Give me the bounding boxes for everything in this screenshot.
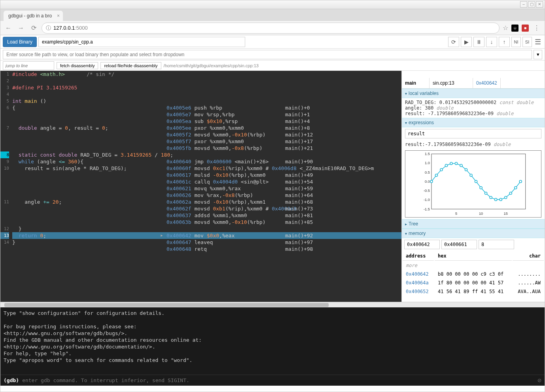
disasm-offset: main()+98 xyxy=(285,246,313,252)
reload-button[interactable]: ⟳ xyxy=(29,23,38,33)
svg-point-29 xyxy=(519,180,522,183)
next-instruction-button[interactable]: NI xyxy=(511,37,521,47)
restart-button[interactable]: ⟳ xyxy=(448,37,459,47)
code-pane[interactable]: 1234567891011121314#include <math.h> /* … xyxy=(0,71,401,302)
forward-button[interactable]: → xyxy=(16,23,26,33)
svg-point-24 xyxy=(495,198,497,201)
svg-text:0.0: 0.0 xyxy=(425,180,430,184)
memory-row: 0x400642b8 00 00 00 00 c9 c3 0f........ xyxy=(403,270,544,278)
maximize-button[interactable]: ▢ xyxy=(528,1,535,8)
memory-row: 0x40064a1f 80 00 00 00 00 41 57......AW xyxy=(403,279,544,287)
svg-point-22 xyxy=(485,192,487,195)
mem-col-char: char xyxy=(513,252,544,261)
source-line[interactable]: static const double RAD_TO_DEG = 3.14159… xyxy=(12,151,401,158)
disasm-line: 0x4005f7 pxor %xmm0,%xmm0 xyxy=(167,138,244,145)
locals-panel-header[interactable]: ▾local variables xyxy=(402,89,545,98)
source-line[interactable]: #define PI 3.14159265 xyxy=(12,84,401,91)
source-path-input[interactable] xyxy=(3,50,532,59)
disasm-offset: main()+4 xyxy=(285,118,310,125)
jump-to-line-input[interactable] xyxy=(3,61,54,70)
settings-menu-icon[interactable]: ☰ xyxy=(534,37,542,47)
horizontal-scrollbar[interactable] xyxy=(0,302,545,307)
close-button[interactable]: ✕ xyxy=(536,1,543,8)
bookmark-icon[interactable]: ☆ xyxy=(503,24,508,32)
stack-frame-row[interactable]: main sin.cpp:13 0x400642 xyxy=(402,78,545,89)
reload-file-button[interactable]: reload file/hide disassembly xyxy=(100,62,161,69)
tab-title: gdbgui - gdb in a bro xyxy=(8,13,52,19)
svg-text:1.0: 1.0 xyxy=(425,161,430,165)
extension-icon[interactable]: ☺ xyxy=(511,25,519,32)
step-out-button[interactable]: ↑ xyxy=(499,37,510,47)
console-output: Type "show configuration" for configurat… xyxy=(0,307,545,375)
disasm-offset: main()+92 xyxy=(285,232,313,239)
minimize-button[interactable]: – xyxy=(520,1,527,8)
expression-input[interactable] xyxy=(405,129,541,138)
disasm-offset: main()+8 xyxy=(285,125,310,131)
url-input[interactable]: ⓘ 127.0.0.1:5000 xyxy=(42,23,500,34)
step-instruction-button[interactable]: SI xyxy=(522,37,532,47)
memory-start-input[interactable] xyxy=(404,240,440,249)
svg-point-25 xyxy=(500,198,502,201)
tree-panel-header[interactable]: ▸Tree xyxy=(402,219,545,229)
browser-tab[interactable]: gdbgui - gdb in a bro × xyxy=(4,11,63,21)
memory-panel-header[interactable]: ▾memory xyxy=(402,229,545,238)
disasm-line: 0x4005fb movsd %xmm0,-0x8(%rbp) xyxy=(167,145,263,151)
step-over-button[interactable]: ↓ xyxy=(486,37,497,47)
disasm-offset: main()+85 xyxy=(285,219,313,225)
disasm-line: 0x40061c callq 0x4004d0 <sin@plt> xyxy=(167,178,269,185)
tab-close-icon[interactable]: × xyxy=(57,13,60,19)
svg-text:-1.0: -1.0 xyxy=(424,198,430,202)
browser-menu-icon[interactable]: ⋮ xyxy=(532,23,541,33)
back-button[interactable]: ← xyxy=(4,23,13,33)
source-dropdown-button[interactable]: ▾ xyxy=(534,50,542,59)
expressions-panel-header[interactable]: ▾expressions xyxy=(402,118,545,127)
source-line[interactable] xyxy=(12,91,401,98)
memory-address[interactable]: 0x400642 xyxy=(403,270,434,278)
titlebar: – ▢ ✕ xyxy=(0,0,545,9)
extension-icon[interactable]: ■ xyxy=(522,25,529,32)
current-file-path: /home/csmith/git/gdbgui/examples/cpp/sin… xyxy=(164,63,259,68)
source-bar: ▾ xyxy=(0,49,545,61)
fetch-disassembly-button[interactable]: fetch disassembly xyxy=(57,62,98,69)
disasm-line: 0x400640 jmp 0x400600 <main()+26> xyxy=(167,158,269,165)
disasm-line: 0x40062f movsd 0xb1(%rip),%xmm0 # 0x4006… xyxy=(167,205,297,212)
memory-address[interactable]: 0x40064a xyxy=(403,279,434,287)
continue-button[interactable]: ▶ xyxy=(461,37,472,47)
binary-path-input[interactable] xyxy=(38,37,245,47)
memory-more-link[interactable]: more xyxy=(403,261,544,269)
source-line[interactable]: #include <math.h> /* sin */ xyxy=(12,71,401,78)
memory-count-input[interactable] xyxy=(479,240,514,249)
source-line[interactable]: int main () xyxy=(12,98,401,104)
gdb-command-input[interactable] xyxy=(22,377,534,383)
svg-point-14 xyxy=(445,164,447,167)
memory-end-input[interactable] xyxy=(441,240,477,249)
locals-panel-body: RAD_TO_DEG: 0.017453292500000002 const d… xyxy=(402,98,545,118)
mem-col-hex: hex xyxy=(435,252,512,261)
disasm-offset: main()+0 xyxy=(285,104,310,111)
disasm-line: 0x4005ea sub $0x10,%rsp xyxy=(167,118,238,125)
svg-point-12 xyxy=(435,174,437,176)
source-line[interactable]: } xyxy=(12,225,401,232)
stack-file: sin.cpp:13 xyxy=(430,78,473,88)
svg-point-26 xyxy=(505,196,507,199)
code-toolbar: fetch disassembly reload file/hide disas… xyxy=(0,61,545,71)
memory-address[interactable]: 0x400652 xyxy=(403,288,434,295)
svg-point-11 xyxy=(430,180,433,183)
source-line[interactable] xyxy=(12,78,401,84)
disasm-line: 0x4005f2 movsd %xmm0,-0x10(%rbp) xyxy=(167,131,265,138)
svg-point-18 xyxy=(465,169,467,171)
load-binary-button[interactable]: Load Binary xyxy=(3,37,37,47)
svg-point-15 xyxy=(450,162,452,165)
svg-text:15: 15 xyxy=(504,212,508,216)
disasm-line: 0x4005e6 push %rbp xyxy=(167,104,222,111)
chevron-down-icon: ▾ xyxy=(405,121,407,125)
interrupt-icon[interactable]: ⊘ xyxy=(537,377,541,384)
svg-point-16 xyxy=(455,162,457,165)
chevron-right-icon: ▸ xyxy=(405,222,407,226)
svg-point-17 xyxy=(460,164,462,167)
pause-button[interactable]: ⏸ xyxy=(473,37,484,47)
svg-point-21 xyxy=(480,187,482,189)
disasm-line: 0x4005ee pxor %xmm0,%xmm0 xyxy=(167,125,244,131)
svg-rect-0 xyxy=(431,154,526,209)
gdb-input-row: (gdb) ⊘ xyxy=(0,375,545,386)
